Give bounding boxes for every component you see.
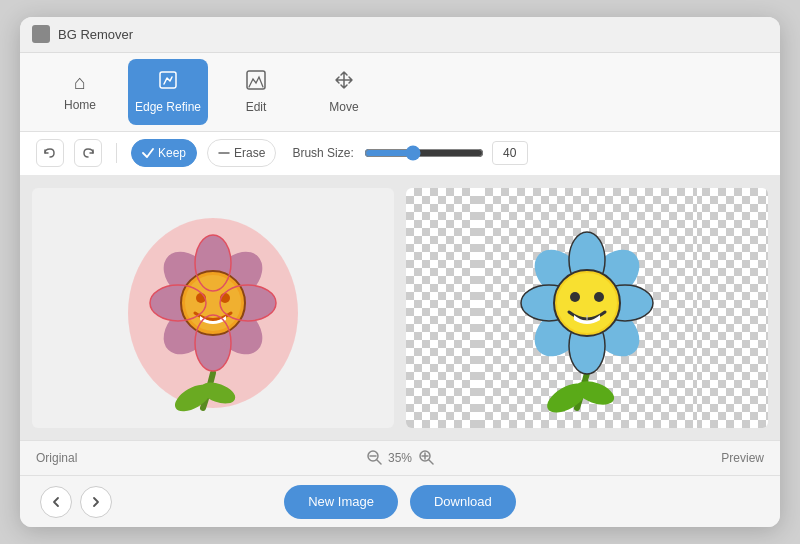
keep-button[interactable]: Keep bbox=[131, 139, 197, 167]
keep-label: Keep bbox=[158, 146, 186, 160]
app-icon bbox=[32, 25, 50, 43]
canvas-area bbox=[20, 176, 780, 440]
prev-button[interactable] bbox=[40, 486, 72, 518]
erase-label: Erase bbox=[234, 146, 265, 160]
original-flower-svg bbox=[113, 198, 313, 418]
preview-panel bbox=[406, 188, 768, 428]
undo-button[interactable] bbox=[36, 139, 64, 167]
edge-refine-icon bbox=[157, 69, 179, 96]
zoom-out-icon[interactable] bbox=[366, 449, 382, 468]
nav-label-edit: Edit bbox=[246, 100, 267, 114]
svg-line-44 bbox=[377, 460, 381, 464]
download-button[interactable]: Download bbox=[410, 485, 516, 519]
erase-button[interactable]: Erase bbox=[207, 139, 276, 167]
status-original-label: Original bbox=[36, 451, 366, 465]
status-bar: Original 35% Preview bbox=[20, 440, 780, 476]
status-preview-label: Preview bbox=[434, 451, 764, 465]
brush-slider-container: 40 bbox=[364, 141, 528, 165]
zoom-value: 35% bbox=[388, 451, 412, 465]
original-flower-wrap bbox=[32, 188, 394, 428]
nav-item-edit[interactable]: Edit bbox=[216, 59, 296, 125]
nav-bar: ⌂ Home Edge Refine Edit bbox=[20, 53, 780, 132]
app-window: BG Remover ⌂ Home Edge Refine Edi bbox=[20, 17, 780, 527]
nav-label-edge-refine: Edge Refine bbox=[135, 100, 201, 114]
app-title: BG Remover bbox=[58, 27, 133, 42]
nav-item-edge-refine[interactable]: Edge Refine bbox=[128, 59, 208, 125]
svg-point-39 bbox=[570, 292, 580, 302]
nav-item-home[interactable]: ⌂ Home bbox=[40, 59, 120, 125]
nav-label-move: Move bbox=[329, 100, 358, 114]
separator-1 bbox=[116, 143, 117, 163]
redo-button[interactable] bbox=[74, 139, 102, 167]
svg-point-40 bbox=[594, 292, 604, 302]
brush-size-label: Brush Size: bbox=[292, 146, 353, 160]
preview-inner bbox=[477, 188, 697, 428]
brush-value-display: 40 bbox=[492, 141, 528, 165]
nav-label-home: Home bbox=[64, 98, 96, 112]
edit-icon bbox=[245, 69, 267, 96]
next-button[interactable] bbox=[80, 486, 112, 518]
action-bar: New Image Download bbox=[20, 475, 780, 527]
title-bar: BG Remover bbox=[20, 17, 780, 53]
brush-size-slider[interactable] bbox=[364, 145, 484, 161]
original-panel bbox=[32, 188, 394, 428]
svg-line-47 bbox=[429, 460, 433, 464]
zoom-in-icon[interactable] bbox=[418, 449, 434, 468]
nav-item-move[interactable]: Move bbox=[304, 59, 384, 125]
preview-flower-svg bbox=[487, 198, 687, 418]
nav-buttons bbox=[40, 486, 112, 518]
status-center: 35% bbox=[366, 449, 434, 468]
new-image-button[interactable]: New Image bbox=[284, 485, 398, 519]
home-icon: ⌂ bbox=[74, 71, 86, 94]
controls-bar: Keep Erase Brush Size: 40 bbox=[20, 132, 780, 176]
move-icon bbox=[333, 69, 355, 96]
